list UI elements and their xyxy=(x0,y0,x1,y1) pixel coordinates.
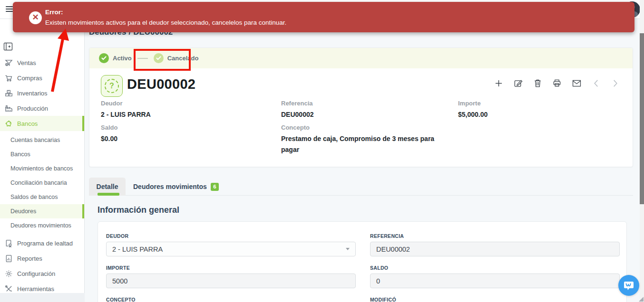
sidebar-bottom-band xyxy=(0,293,85,302)
field-deudor: Deudor 2 - LUIS PARRA xyxy=(101,100,151,120)
status-step-activo: Activo xyxy=(99,53,132,63)
sidebar-item-label: Programa de lealtad xyxy=(17,240,73,247)
status-step-label: Activo xyxy=(113,55,132,62)
edit-icon xyxy=(514,79,523,88)
resize-grip[interactable] xyxy=(639,297,644,302)
delete-button[interactable] xyxy=(533,78,542,88)
movements-count-badge: 6 xyxy=(211,183,219,191)
field-label: Importe xyxy=(458,100,488,107)
form-group-modifico: MODIFICÓ xyxy=(370,297,620,302)
sidebar-subitem-bancos[interactable]: Bancos xyxy=(0,147,84,161)
record-type-icon: ? xyxy=(101,75,123,97)
field-saldo: Saldo $0.00 xyxy=(101,124,117,144)
chat-logo-icon xyxy=(623,279,635,292)
referencia-input[interactable] xyxy=(371,242,619,256)
field-value: DEU00002 xyxy=(281,109,314,120)
step-connector xyxy=(137,58,148,59)
field-value: $0.00 xyxy=(101,133,117,144)
toast-title: Error: xyxy=(45,9,63,16)
sidebar-item-label: Herramientas xyxy=(17,285,54,293)
add-button[interactable] xyxy=(494,78,503,88)
field-concepto: Concepto Prestamo de caja, Compromiso de… xyxy=(281,124,440,155)
sidebar-item-ventas[interactable]: Ventas xyxy=(0,55,84,70)
sidebar-item-label: Bancos xyxy=(17,120,38,127)
deudor-select[interactable]: 2 - LUIS PARRA xyxy=(106,242,356,256)
field-label: Saldo xyxy=(101,124,117,131)
sidebar-subitem-conciliacion-bancaria[interactable]: Conciliación bancaria xyxy=(0,176,84,190)
field-value: 2 - LUIS PARRA xyxy=(101,109,151,120)
sidebar-item-label: Ventas xyxy=(17,59,36,66)
form-label: IMPORTE xyxy=(106,265,356,271)
factory-icon xyxy=(5,104,13,113)
sidebar-item-inventarios[interactable]: Inventarios xyxy=(0,85,84,101)
form-group-importe: IMPORTE xyxy=(106,265,356,288)
vertical-scrollbar-thumb[interactable] xyxy=(640,33,644,204)
sidebar-subitem-deudores[interactable]: Deudores xyxy=(0,204,84,218)
record-title: DEU00002 xyxy=(127,76,195,92)
chevron-down-icon xyxy=(346,248,350,250)
sidebar-item-label: Producción xyxy=(17,105,48,112)
envelope-icon xyxy=(572,80,581,87)
field-label: Concepto xyxy=(281,124,440,131)
section-title: Información general xyxy=(98,205,179,215)
next-record-button[interactable] xyxy=(611,78,620,88)
email-button[interactable] xyxy=(572,78,581,88)
printer-icon xyxy=(553,79,561,87)
chevron-right-icon xyxy=(613,79,618,87)
sidebar-item-bancos[interactable]: Bancos xyxy=(0,116,84,131)
sidebar-item-reportes[interactable]: Reportes xyxy=(0,251,84,266)
sidebar-subitem-movimientos-de-bancos[interactable]: Movimientos de bancos xyxy=(0,161,84,176)
sidebar-bancos-submenu: Cuentas bancarias Bancos Movimientos de … xyxy=(0,131,84,236)
deudor-select-value: 2 - LUIS PARRA xyxy=(112,245,163,253)
piggy-bank-icon xyxy=(5,120,13,128)
record-action-row xyxy=(494,78,620,88)
error-x-icon: ✕ xyxy=(29,11,42,24)
tab-deudores-movimientos[interactable]: Deudores movimientos 6 xyxy=(133,178,219,196)
report-icon xyxy=(5,255,13,263)
previous-record-button[interactable] xyxy=(591,78,601,88)
form-label: SALDO xyxy=(370,265,620,271)
print-button[interactable] xyxy=(552,78,562,88)
sidebar: Ventas Compras Inventarios Producción Ba… xyxy=(0,19,85,293)
gear-icon xyxy=(5,270,13,278)
plus-icon xyxy=(495,79,503,87)
edit-button[interactable] xyxy=(513,78,523,88)
sidebar-item-label: Reportes xyxy=(17,255,42,262)
hamburger-menu-icon[interactable] xyxy=(6,6,13,12)
status-step-label: Cancelado xyxy=(167,55,199,62)
toast-message: Existen movimientos activos para el deud… xyxy=(45,19,286,26)
cart-icon xyxy=(5,74,13,82)
status-step-cancelado: Cancelado xyxy=(154,53,199,63)
sidebar-item-produccion[interactable]: Producción xyxy=(0,101,84,116)
record-card: Activo Cancelado ? DEU00002 xyxy=(89,47,633,167)
form-group-saldo: SALDO xyxy=(370,265,620,288)
importe-input[interactable] xyxy=(107,274,355,288)
sidebar-subitem-deudores-movimientos[interactable]: Deudores movimientos xyxy=(0,218,84,233)
active-tab-indicator xyxy=(98,193,119,196)
form-group-referencia: REFERENCIA xyxy=(370,233,620,256)
sidebar-nav: Ventas Compras Inventarios Producción Ba… xyxy=(0,55,84,296)
field-importe: Importe $5,000.00 xyxy=(458,100,488,120)
field-label: Deudor xyxy=(101,100,151,107)
sidebar-subitem-cuentas-bancarias[interactable]: Cuentas bancarias xyxy=(0,133,84,147)
general-info-form: DEUDOR 2 - LUIS PARRA REFERENCIA IMPORTE… xyxy=(98,221,627,302)
saldo-input[interactable] xyxy=(371,274,619,288)
sidebar-item-label: Inventarios xyxy=(17,90,48,97)
check-icon-activo xyxy=(99,53,109,63)
check-icon-cancelado xyxy=(154,53,164,63)
tools-icon xyxy=(5,285,13,293)
sidebar-item-compras[interactable]: Compras xyxy=(0,70,84,85)
form-label: CONCEPTO xyxy=(106,297,356,302)
question-mark-icon: ? xyxy=(105,79,119,93)
form-group-concepto: CONCEPTO xyxy=(106,297,356,302)
form-group-deudor: DEUDOR 2 - LUIS PARRA xyxy=(106,233,356,256)
app-window: Ventas Compras Inventarios Producción Ba… xyxy=(0,0,644,302)
sidebar-subitem-saldos-de-bancos[interactable]: Saldos de bancos xyxy=(0,190,84,204)
field-value: $5,000.00 xyxy=(458,109,488,120)
sidebar-item-programa-de-lealtad[interactable]: Programa de lealtad xyxy=(0,236,84,251)
sidebar-item-configuracion[interactable]: Configuración xyxy=(0,266,84,281)
chat-widget-button[interactable] xyxy=(618,275,639,296)
field-value: Prestamo de caja, Compromiso de 3 meses … xyxy=(281,133,440,155)
error-toast[interactable]: ✕ Error: Existen movimientos activos par… xyxy=(13,2,634,32)
sidebar-collapse-icon[interactable] xyxy=(3,42,13,51)
